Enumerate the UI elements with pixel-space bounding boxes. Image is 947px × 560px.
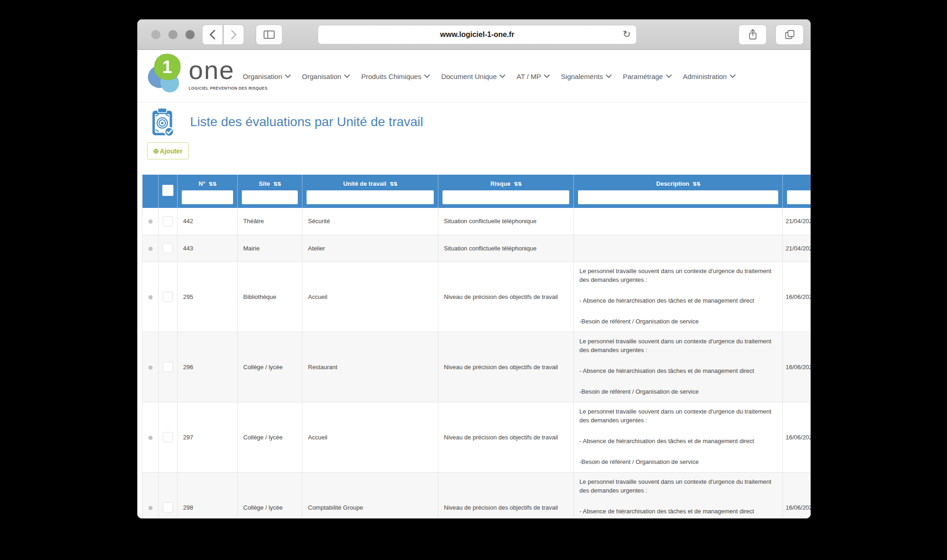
sort-icon[interactable]	[514, 180, 521, 187]
cell-date: 16/06/202	[783, 472, 811, 518]
evaluations-table: N° Site Unité de travail Risque	[142, 175, 811, 518]
back-button[interactable]	[202, 24, 223, 45]
table-row[interactable]: 298 Collège / lycée Comptabilité Groupe …	[142, 472, 811, 518]
nav-item[interactable]: Produits Chimiques	[361, 73, 429, 80]
table-row[interactable]: 295 Bibliothèque Accueil Niveau de préci…	[142, 262, 811, 332]
header-date[interactable]	[783, 175, 811, 208]
url-text: www.logiciel-1-one.fr	[440, 30, 514, 39]
cell-risque: Niveau de précision des objectifs de tra…	[438, 332, 574, 402]
header-num-label: N°	[198, 180, 205, 187]
chevron-down-icon	[730, 72, 736, 78]
sort-icon[interactable]	[209, 180, 216, 187]
cell-select	[159, 472, 178, 518]
description-paragraph: - Absence de hiérarchisation des tâches …	[579, 507, 777, 516]
filter-input-unite[interactable]	[307, 190, 434, 204]
chevron-down-icon	[499, 72, 505, 78]
chevron-down-icon	[544, 72, 550, 78]
refresh-icon[interactable]	[622, 29, 631, 40]
cell-select	[159, 402, 178, 472]
address-bar[interactable]: www.logiciel-1-one.fr	[318, 25, 637, 44]
nav-item[interactable]: Administration	[683, 73, 735, 80]
filter-input-num[interactable]	[182, 190, 233, 204]
cell-site: Collège / lycée	[238, 332, 302, 402]
header-status-column	[142, 175, 159, 208]
logo-mark-icon: 1	[148, 53, 186, 99]
nav-item-label: Produits Chimiques	[361, 73, 421, 80]
header-risque[interactable]: Risque	[438, 175, 574, 208]
add-button[interactable]: Ajouter	[147, 142, 189, 159]
chevron-right-icon	[231, 30, 237, 40]
cell-date: 16/06/202	[783, 262, 811, 332]
close-window-button[interactable]	[151, 30, 160, 39]
select-all-checkbox[interactable]	[162, 185, 173, 196]
nav-item-label: Signalements	[561, 73, 603, 80]
description-paragraph: - Absence de hiérarchisation des tâches …	[579, 437, 777, 446]
cell-description: Le personnel travaille souvent dans un c…	[574, 472, 783, 518]
table-row[interactable]: 443 Mairie Atelier Situation conflictuel…	[142, 235, 811, 262]
nav-item-label: Organisation	[243, 73, 282, 80]
row-checkbox[interactable]	[163, 362, 173, 372]
nav-item-label: AT / MP	[517, 73, 541, 80]
site-header: 1 one LOGICIEL PRÉVENTION DES RISQUES Or…	[137, 50, 811, 103]
description-paragraph: Le personnel travaille souvent dans un c…	[579, 337, 777, 355]
cell-unite: Comptabilité Groupe	[302, 472, 438, 518]
row-checkbox[interactable]	[163, 432, 173, 442]
forward-button[interactable]	[223, 24, 244, 45]
cell-unite: Atelier	[302, 235, 438, 262]
cell-unite: Accueil	[302, 262, 438, 332]
sort-icon[interactable]	[693, 180, 700, 187]
sort-icon[interactable]	[389, 180, 397, 187]
share-button[interactable]	[738, 24, 767, 45]
chevron-down-icon	[424, 72, 430, 78]
table-row[interactable]: 296 Collège / lycée Restaurant Niveau de…	[142, 332, 811, 402]
cell-num: 298	[178, 472, 238, 518]
nav-item[interactable]: Organisation	[243, 73, 290, 80]
header-num[interactable]: N°	[178, 175, 238, 208]
description-paragraph: -Besoin de référent / Organisation de se…	[579, 388, 777, 396]
filter-input-date[interactable]	[787, 190, 811, 204]
cell-select	[159, 262, 178, 332]
nav-item[interactable]: AT / MP	[517, 73, 549, 80]
header-site[interactable]: Site	[238, 175, 302, 208]
sort-icon[interactable]	[273, 180, 281, 187]
description-paragraph: Le personnel travaille souvent dans un c…	[579, 408, 777, 425]
description-paragraph: -Besoin de référent / Organisation de se…	[579, 317, 777, 326]
header-description[interactable]: Description	[574, 175, 783, 208]
sidebar-icon	[264, 30, 275, 39]
cell-status	[142, 208, 159, 235]
show-tabs-button[interactable]	[775, 24, 804, 45]
cell-num: 297	[178, 402, 238, 472]
filter-input-risque[interactable]	[443, 190, 569, 204]
nav-item-label: Document Unique	[441, 73, 497, 80]
row-checkbox[interactable]	[163, 216, 173, 226]
table-row[interactable]: 297 Collège / lycée Accueil Niveau de pr…	[142, 402, 811, 472]
cell-unite: Sécurité	[302, 208, 438, 235]
cell-description	[574, 208, 783, 235]
cell-risque: Situation conflictuelle téléphonique	[438, 235, 574, 262]
table-row[interactable]: 442 Théâtre Sécurité Situation conflictu…	[142, 208, 811, 235]
nav-item[interactable]: Signalements	[561, 73, 611, 80]
row-checkbox[interactable]	[163, 243, 173, 253]
cell-num: 296	[178, 332, 238, 402]
filter-input-description[interactable]	[578, 190, 778, 204]
chevron-down-icon	[606, 72, 612, 78]
cell-status	[142, 332, 159, 402]
description-paragraph: Le personnel travaille souvent dans un c…	[579, 478, 777, 495]
row-status-dot-icon	[148, 247, 153, 251]
filter-input-site[interactable]	[242, 190, 298, 204]
header-unite[interactable]: Unité de travail	[302, 175, 438, 208]
zoom-window-button[interactable]	[185, 30, 195, 39]
nav-item[interactable]: Organisation	[302, 73, 349, 80]
sidebar-toggle-button[interactable]	[256, 24, 283, 45]
row-checkbox[interactable]	[163, 502, 173, 512]
cell-select	[159, 235, 178, 262]
plus-icon	[153, 147, 159, 155]
cell-num: 295	[178, 262, 238, 332]
row-checkbox[interactable]	[163, 292, 173, 302]
minimize-window-button[interactable]	[168, 30, 178, 39]
nav-item[interactable]: Document Unique	[441, 73, 504, 80]
logo-number: 1	[162, 57, 172, 77]
cell-select	[159, 332, 178, 402]
nav-item[interactable]: Paramétrage	[623, 73, 671, 80]
cell-date: 16/06/202	[783, 332, 811, 402]
